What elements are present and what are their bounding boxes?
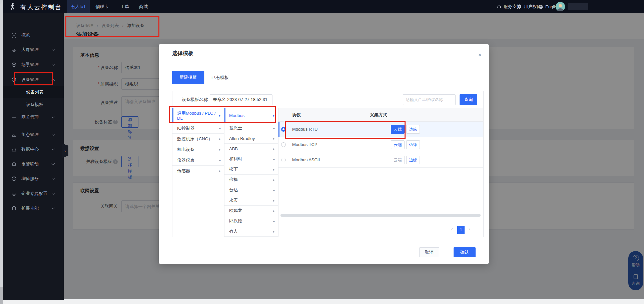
sidebar-label: 报警联动 xyxy=(21,161,39,167)
template-name-label: 设备模板名称 xyxy=(182,91,208,108)
left-scrollbar-thumb[interactable] xyxy=(0,287,3,304)
tab-existing-template[interactable]: 已有模板 xyxy=(204,71,236,84)
brand-label: 欧姆龙 xyxy=(229,208,242,214)
left-scrollbar[interactable] xyxy=(0,0,3,304)
search-input[interactable] xyxy=(403,94,456,105)
column-protocol: 协议 xyxy=(292,108,301,122)
category-label: 传感器 xyxy=(177,168,190,174)
brand-delta[interactable]: 台达 ▸ xyxy=(224,185,278,195)
tab-work-order[interactable]: 工单 xyxy=(115,0,134,13)
edge-mode-button[interactable]: 边缘 xyxy=(406,140,420,149)
chevron-down-icon xyxy=(52,48,55,51)
brand-abb[interactable]: ABB ▸ xyxy=(224,144,278,154)
brand-allen-bradley[interactable]: Allen-Bradley ▸ xyxy=(224,133,278,144)
sidebar-item-device-template[interactable]: 设备模板 xyxy=(0,99,64,111)
protocol-name: Modbus RTU xyxy=(292,122,317,137)
sidebar-item-data-center[interactable]: 数据中心 xyxy=(0,143,64,156)
arrow-right-icon: ▸ xyxy=(273,209,275,213)
redacted-username xyxy=(568,3,588,10)
category-io-controller[interactable]: IO控制器 ▸ xyxy=(172,123,224,134)
category-generic-modbus-plc[interactable]: 通用Modbus / PLC / DL ▸ xyxy=(172,108,224,123)
query-button[interactable]: 查询 xyxy=(460,94,477,105)
radio-unselected[interactable] xyxy=(281,142,286,147)
sidebar-item-overview[interactable]: 概览 xyxy=(0,29,64,42)
sidebar-item-device-list[interactable]: 设备列表 xyxy=(0,86,64,98)
shield-icon xyxy=(517,4,522,9)
cancel-button[interactable]: 取消 xyxy=(419,247,439,257)
selector-header: 设备模板名称 查询 xyxy=(172,91,483,108)
arrow-right-icon: ▸ xyxy=(219,113,221,118)
sidebar-item-screen-mgmt[interactable]: 大屏管理 xyxy=(0,43,64,56)
sidebar-item-value-added[interactable]: 增值服务 xyxy=(0,172,64,185)
chevron-down-icon xyxy=(52,115,55,119)
tab-new-template[interactable]: 新建模板 xyxy=(172,71,204,84)
sidebar-item-gateway-mgmt[interactable]: 网关管理 xyxy=(0,111,64,124)
sidebar-collapse-handle[interactable]: ‹ xyxy=(62,143,68,158)
table-row-modbus-rtu[interactable]: Modbus RTU 云端 边缘 xyxy=(278,122,483,137)
category-label: 仪器仪表 xyxy=(177,157,194,163)
sidebar-label: 扩展功能 xyxy=(21,205,39,211)
brand-beckhoff[interactable]: 倍福 ▸ xyxy=(224,175,278,185)
tab-usr-iot[interactable]: 有人IoT xyxy=(67,0,90,13)
cube-icon xyxy=(11,62,17,67)
category-cnc[interactable]: 数控机床（CNC） ▸ xyxy=(172,134,224,144)
category-instrument[interactable]: 仪器仪表 ▸ xyxy=(172,155,224,166)
sidebar-item-enterprise-config[interactable]: 企业专属配置 xyxy=(0,187,64,200)
cloud-mode-button[interactable]: 云端 xyxy=(391,140,405,149)
edge-mode-button[interactable]: 边缘 xyxy=(406,125,420,134)
sidebar-item-alarm-linkage[interactable]: 报警联动 xyxy=(0,157,64,171)
brand-label: 松下 xyxy=(229,166,238,172)
horizontal-scrollbar[interactable] xyxy=(280,214,481,217)
category-column: 通用Modbus / PLC / DL ▸ IO控制器 ▸ 数控机床（CNC） … xyxy=(172,108,224,237)
edge-mode-button[interactable]: 边缘 xyxy=(406,156,420,164)
arrow-right-icon: ▸ xyxy=(273,114,275,117)
arrow-right-icon: ▸ xyxy=(219,158,221,162)
sidebar-item-config-mgmt[interactable]: 组态管理 xyxy=(0,128,64,141)
arrow-right-icon: ▸ xyxy=(219,137,221,141)
table-row-modbus-ascii[interactable]: Modbus ASCII 云端 边缘 xyxy=(278,152,483,168)
table-row-modbus-tcp[interactable]: Modbus TCP 云端 边缘 xyxy=(278,137,483,152)
brand-fatek[interactable]: 永宏 ▸ xyxy=(224,195,278,206)
next-page-icon[interactable]: › xyxy=(469,226,470,232)
brand-panasonic[interactable]: 松下 ▸ xyxy=(224,164,278,175)
category-label: 数控机床（CNC） xyxy=(177,136,212,142)
chevron-down-icon xyxy=(52,177,55,180)
tab-iot-card[interactable]: 物联卡 xyxy=(93,0,111,13)
brand-lonhand[interactable]: 郎汉德 ▸ xyxy=(224,216,278,226)
tab-mall[interactable]: 商城 xyxy=(134,0,153,13)
sidebar: 概览 大屏管理 场景管理 设备管理 设备列表 xyxy=(0,13,64,300)
template-name-input[interactable] xyxy=(210,94,272,105)
cloud-mode-button[interactable]: 云端 xyxy=(391,156,405,164)
gateway-icon xyxy=(11,115,17,120)
value-added-icon xyxy=(11,176,17,181)
brand-hollysys[interactable]: 和利时 ▸ xyxy=(224,154,278,164)
current-page[interactable]: 1 xyxy=(457,226,465,234)
headset-icon xyxy=(497,4,502,9)
category-sensor[interactable]: 传感器 ▸ xyxy=(172,166,224,176)
usr-logo-icon xyxy=(9,2,17,11)
user-permission[interactable]: 用户权限 xyxy=(517,0,541,13)
arrow-right-icon: ▸ xyxy=(219,148,221,151)
pagination: ‹ 1 › xyxy=(172,226,483,236)
column-collect-mode: 采集方式 xyxy=(370,108,387,122)
sidebar-item-scene-mgmt[interactable]: 场景管理 xyxy=(0,58,64,71)
brand-keyence[interactable]: 基恩士 ▸ xyxy=(224,123,278,133)
prev-page-icon[interactable]: ‹ xyxy=(451,226,453,232)
avatar[interactable] xyxy=(556,2,565,11)
brand-label: 郎汉德 xyxy=(229,218,242,224)
category-electromechanical[interactable]: 机电设备 ▸ xyxy=(172,144,224,155)
protocol-name: Modbus TCP xyxy=(292,137,317,152)
radio-unselected[interactable] xyxy=(281,158,286,162)
brand-omron[interactable]: 欧姆龙 ▸ xyxy=(224,206,278,216)
cloud-mode-button[interactable]: 云端 xyxy=(391,125,405,134)
arrow-right-icon: ▸ xyxy=(273,126,275,130)
sidebar-item-device-mgmt[interactable]: 设备管理 xyxy=(0,73,64,86)
sidebar-label: 场景管理 xyxy=(21,62,39,68)
bottom-scrollbar[interactable] xyxy=(0,300,644,304)
sidebar-item-extensions[interactable]: 扩展功能 xyxy=(0,202,64,215)
corner-artifact xyxy=(0,0,4,4)
radio-selected[interactable] xyxy=(281,127,286,132)
brand-modbus[interactable]: Modbus ▸ xyxy=(224,108,278,123)
close-icon[interactable]: × xyxy=(478,52,482,58)
confirm-button[interactable]: 确认 xyxy=(454,247,476,257)
